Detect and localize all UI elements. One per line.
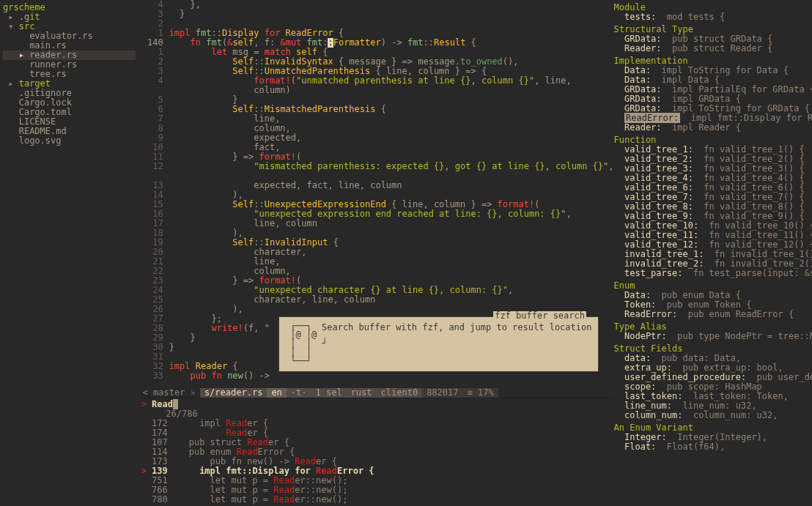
statusline: < master ♭ s/reader.rs en ·t· 1 sel rust…	[139, 387, 614, 398]
fzf-count: 26/786	[166, 409, 197, 419]
fzf-help-popup: fzf buffer search ┌──┐ │@ │@ │ │ ┘ │ │ └…	[278, 316, 599, 372]
outline-section-header: Enum	[614, 278, 812, 291]
status-pct: ≡ 17%	[462, 388, 498, 398]
status-lang: en	[267, 388, 286, 398]
fzf-prompt-pointer: >	[141, 399, 152, 409]
outline-section-header: Implementation	[614, 53, 812, 66]
outline-item[interactable]: Reader: impl Reader {	[614, 123, 812, 133]
tree-project[interactable]: grscheme	[3, 2, 45, 12]
outline-item[interactable]: test_parse: fn test_parse(input: &str	[614, 269, 812, 278]
outline-item[interactable]: NodePtr: pub type NodePtr = tree::No	[614, 332, 812, 341]
editor-pane[interactable]: 4 }, 3 } 2 1impl fmt::Display for ReadEr…	[139, 0, 614, 506]
fzf-result-row[interactable]: 780 let mut p = Reader::new();	[141, 495, 611, 505]
status-branch: < master ♭	[139, 388, 200, 398]
outline-section-header: Structural Type	[614, 22, 812, 34]
tree-file[interactable]: logo.svg	[3, 136, 136, 146]
outline-section-header: Module	[614, 0, 812, 12]
outline-section-header: Struct Fields	[614, 341, 812, 354]
status-file: s/reader.rs	[200, 388, 267, 398]
outline-section-header: Function	[614, 133, 812, 145]
outline-item[interactable]: tests: mod tests {	[614, 12, 812, 22]
fzf-panel[interactable]: > Read 26/786 172 impl Reader { 174 Read…	[139, 398, 614, 506]
outline-item[interactable]: column_num: column_num: u32,	[614, 411, 812, 420]
gutter: 4	[139, 0, 169, 10]
keyboard-glyph-icon: ┌──┐ │@ │@ │ │ ┘ │ │ └──┘	[285, 321, 322, 365]
popup-message: Search buffer with fzf, and jump to resu…	[322, 321, 592, 332]
status-sel: 1 sel	[311, 388, 347, 398]
file-tree[interactable]: grscheme ▸ .git ▾ src evaluator.rs main.…	[0, 0, 139, 506]
fzf-query-input[interactable]: Read	[152, 399, 173, 409]
current-line-gutter: 140	[139, 38, 169, 48]
popup-title: fzf buffer search	[493, 311, 586, 321]
outline-item[interactable]: ReadError: pub enum ReadError {	[614, 310, 812, 319]
outline-section-header: Type Alias	[614, 319, 812, 332]
outline-sidebar[interactable]: Module tests: mod tests {Structural Type…	[614, 0, 812, 506]
code-text: },	[191, 0, 201, 10]
text-cursor: :	[328, 38, 333, 48]
status-ft: rust	[347, 388, 377, 398]
outline-section-header: An Enum Variant	[614, 420, 812, 433]
outline-item[interactable]: Float: Float(f64),	[614, 442, 812, 452]
status-pos: 882017	[422, 388, 462, 398]
status-mod: ·t·	[287, 388, 311, 398]
outline-item[interactable]: Reader: pub struct Reader {	[614, 44, 812, 53]
status-client: client0	[377, 388, 423, 398]
